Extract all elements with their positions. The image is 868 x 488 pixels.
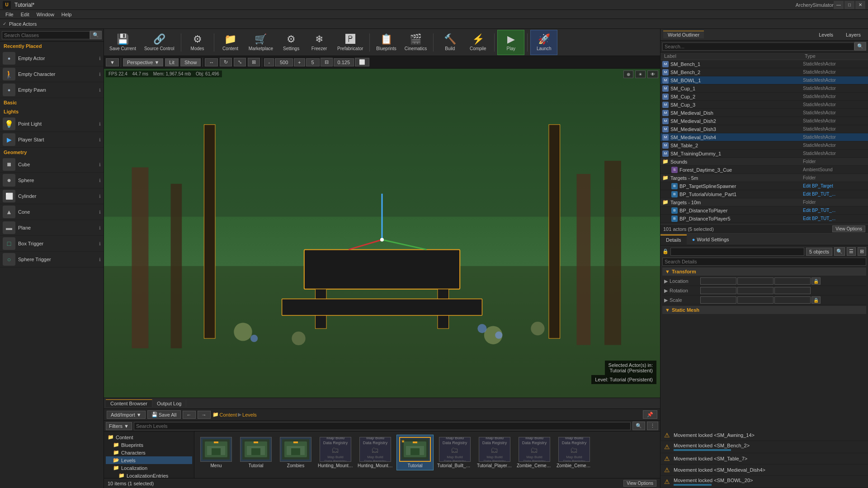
actor-item-cylinder[interactable]: ⬜ Cylinder ℹ (0, 188, 104, 204)
wo-col-label-header[interactable]: Label (662, 53, 803, 59)
player-start-info[interactable]: ℹ (99, 137, 101, 142)
view-mode-button[interactable]: ⊕ (623, 70, 633, 78)
details-tab[interactable]: Details (660, 235, 687, 244)
details-search-button[interactable]: 🔍 (834, 247, 845, 256)
content-button[interactable]: 📁 Content (217, 30, 244, 55)
layers-tab[interactable]: Layers (841, 31, 865, 38)
box-trigger-info[interactable]: ℹ (99, 241, 101, 246)
actor-item-sphere[interactable]: ● Sphere ℹ (0, 173, 104, 188)
extra-options-button[interactable]: ⋮ (647, 422, 658, 430)
table-row[interactable]: MSM_Table_2 StaticMeshActor (660, 141, 868, 150)
launch-button[interactable]: 🚀 Launch (530, 30, 557, 55)
levels-tab[interactable]: Levels (814, 31, 838, 38)
asset-item-8[interactable]: Map BuildData Registry 🗂 Map BuildData R… (516, 435, 552, 470)
cube-info[interactable]: ℹ (99, 162, 101, 167)
rotation-z-input[interactable]: Multiple (774, 287, 811, 294)
search-classes-input[interactable] (2, 31, 90, 39)
close-button[interactable]: ✕ (855, 1, 865, 9)
transform-section[interactable]: ▼ Transform (662, 267, 866, 276)
table-row[interactable]: MSM_Medieval_Dish2 StaticMeshActor (660, 117, 868, 125)
search-classes-button[interactable]: 🔍 (90, 31, 102, 39)
plane-info[interactable]: ℹ (99, 225, 101, 230)
wo-col-type-header[interactable]: Type (803, 53, 866, 59)
actor-item-empty-character[interactable]: 🚶 Empty Character ℹ (0, 66, 104, 82)
table-row[interactable]: MSM_Medieval_Dish StaticMeshActor (660, 109, 868, 117)
menu-window[interactable]: Window (33, 11, 58, 18)
output-log-tab[interactable]: Output Log (152, 400, 186, 407)
folder-localization-entries[interactable]: 📁 LocalizationEntries (106, 472, 192, 478)
table-row[interactable]: BBP_DistanceToPlayer5 Edit BP_TUT_... (660, 215, 868, 223)
viewport-options-button[interactable]: ▼ (106, 58, 119, 66)
empty-character-info[interactable]: ℹ (99, 72, 101, 77)
actor-item-box-trigger[interactable]: □ Box Trigger ℹ (0, 236, 104, 252)
actor-item-point-light[interactable]: 💡 Point Light ℹ (0, 116, 104, 132)
path-root-icon[interactable]: 📁 (212, 412, 219, 418)
cinematics-button[interactable]: 🎬 Cinematics (401, 30, 430, 55)
maximize-button[interactable]: □ (844, 1, 854, 9)
wo-view-options-button[interactable]: View Options (832, 225, 865, 232)
save-all-button[interactable]: 💾 Save All (147, 410, 181, 419)
asset-item-9[interactable]: Map BuildData Registry 🗂 Map BuildData R… (556, 435, 592, 470)
category-lights[interactable]: Lights (0, 107, 104, 116)
freezer-button[interactable]: ❄ Freezer (306, 30, 333, 55)
category-recently-placed[interactable]: Recently Placed (0, 42, 104, 51)
actor-item-sphere-trigger[interactable]: ○ Sphere Trigger ℹ (0, 252, 104, 267)
location-y-input[interactable]: Multiple V (737, 277, 774, 285)
menu-edit[interactable]: Edit (17, 11, 33, 18)
modes-button[interactable]: ⚙ Modes (184, 30, 211, 55)
show-button[interactable]: Show (180, 58, 201, 66)
table-row[interactable]: BBP_DistanceToPlayer Edit BP_TUT_... (660, 206, 868, 215)
static-mesh-section[interactable]: ▼ Static Mesh (662, 306, 866, 314)
folder-localization[interactable]: 📁 Localization (106, 464, 192, 472)
cone-info[interactable]: ℹ (99, 210, 101, 215)
cylinder-info[interactable]: ℹ (99, 194, 101, 199)
search-button[interactable]: 🔍 (632, 422, 645, 430)
camera-speed-decrease[interactable]: - (264, 58, 274, 66)
scale-z-input[interactable]: Multiple V (774, 296, 811, 304)
table-row[interactable]: SForest_Daytime_3_Cue AmbientSound (660, 166, 868, 174)
rotation-label[interactable]: ▶ Rotation (664, 288, 700, 294)
scale-y-input[interactable]: Multiple V (737, 296, 774, 304)
table-row[interactable]: MSM_Cup_3 StaticMeshActor (660, 101, 868, 109)
asset-item-3[interactable]: Map BuildData Registry 🗂 Map BuildData R… (317, 435, 354, 470)
blueprints-button[interactable]: 📋 Blueprints (373, 30, 400, 55)
asset-item-2[interactable]: Zombies (278, 435, 314, 470)
world-settings-tab[interactable]: ● World Settings (687, 235, 735, 244)
lit-button[interactable]: Lit (165, 58, 179, 66)
viewport-maximize-button[interactable]: ⬜ (355, 58, 369, 66)
actor-item-cone[interactable]: ▲ Cone ℹ (0, 204, 104, 220)
world-outliner-tab[interactable]: World Outliner (663, 31, 704, 38)
filters-button[interactable]: Filters ▼ (106, 422, 132, 430)
asset-item-0[interactable]: Menu (198, 435, 234, 470)
table-row[interactable]: MSM_Cup_2 StaticMeshActor (660, 93, 868, 101)
asset-item-4[interactable]: Map BuildData Registry 🗂 Map BuildData R… (357, 435, 393, 470)
menu-help[interactable]: Help (58, 11, 75, 18)
save-current-button[interactable]: 💾 Save Current (106, 30, 140, 55)
scale-button[interactable]: ⤡ (234, 58, 246, 66)
minimize-button[interactable]: — (834, 1, 844, 9)
folder-blueprints[interactable]: 📁 Blueprints (106, 441, 192, 449)
details-search-input[interactable] (662, 258, 866, 266)
table-row[interactable]: MSM_TrainingDummy_1 StaticMeshActor (660, 150, 868, 158)
settings-button[interactable]: ⚙ Settings (278, 30, 305, 55)
table-row[interactable]: MSM_Bench_2 StaticMeshActor (660, 68, 868, 76)
selected-objects-input[interactable]: Selected Objects> (670, 248, 804, 256)
location-lock-button[interactable]: 🔒 (811, 277, 821, 285)
folder-content[interactable]: 📁 Content (106, 433, 192, 441)
show-flags-button[interactable]: 👁 (647, 70, 658, 78)
rotation-x-input[interactable]: 0.0° (700, 287, 736, 294)
content-browser-tab[interactable]: Content Browser (106, 399, 152, 407)
lighting-button[interactable]: ☀ (635, 70, 646, 78)
world-outliner-search-button[interactable]: 🔍 (854, 42, 866, 51)
category-basic[interactable]: Basic (0, 98, 104, 107)
snap-button[interactable]: ⊞ (248, 58, 260, 66)
sync-button[interactable]: 📌 (643, 410, 657, 419)
folder-characters[interactable]: 📁 Characters (106, 449, 192, 456)
empty-pawn-info[interactable]: ℹ (99, 88, 101, 93)
breadcrumb-levels[interactable]: Levels (242, 412, 257, 418)
table-row[interactable]: MSM_Medieval_Dish4 StaticMeshActor (660, 133, 868, 141)
sphere-trigger-info[interactable]: ℹ (99, 257, 101, 262)
add-import-button[interactable]: Add/Import ▼ (107, 411, 146, 419)
location-x-input[interactable]: Multiple V (700, 277, 736, 285)
location-z-input[interactable]: Multiple V (774, 277, 811, 285)
